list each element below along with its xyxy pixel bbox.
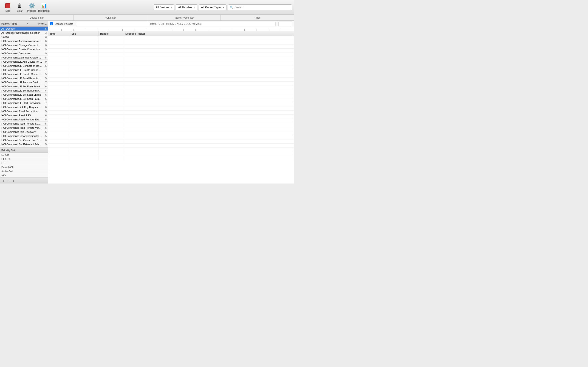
packet-row[interactable]: HCI Command:Extended Create Connection 5 [0,56,48,60]
packet-priority: 5 [42,122,47,125]
packet-name: HCI Command:Read Remote Extended Feature… [1,118,42,121]
packet-row[interactable]: HCI Command:Read Remote Extended Feature… [0,117,48,122]
packet-row[interactable]: HCI Command:LE Set Scan Parameters 6 [0,97,48,101]
packet-types-chevron-icon: ▼ [222,6,225,8]
packet-types-dropdown[interactable]: All Packet Types ▼ [199,4,226,10]
add-button[interactable]: + [1,179,6,183]
packet-row[interactable]: HCI Command:Read Remote Supported Featur… [0,122,48,126]
packet-name: HCI Command:Read Remote Supported Featur… [1,122,42,125]
packet-row[interactable]: HCI Command:Set Extended Advertising 5 [0,142,48,146]
expand-button[interactable]: › [11,179,16,183]
table-row [48,44,294,49]
packet-row[interactable]: ATTDecoder:Notification/Indication 3 [0,31,48,35]
packet-name: HCI Command:LE Set Event Mask [1,85,42,88]
packet-priority: 5 [42,118,47,121]
packet-name: Config [1,35,42,38]
packet-row[interactable]: HCI Command:LE Add Device To White List … [0,60,48,64]
priority-set-header: Priority Set [0,148,48,153]
packet-name: HCI Command:Set Connection Encryption [1,139,42,142]
td-type [69,44,99,48]
td-handle [99,49,124,52]
priority-item[interactable]: Audio-Old [0,169,48,173]
th-time: Time [48,31,69,36]
packet-row[interactable]: Config 3 [0,35,48,39]
packet-name: HCI Command:LE Create Connection [1,69,42,71]
packet-name: HCI Command:LE Remove Device From White … [1,81,42,84]
stop-button[interactable]: Stop [2,2,14,13]
table-row [48,77,294,82]
td-type [69,73,99,77]
clear-button[interactable]: 🗑 Clear [14,2,26,13]
td-decoded [124,86,294,90]
packet-row[interactable]: HCI Command:LE Start Encryption 7 [0,101,48,105]
handles-dropdown[interactable]: All Handles ▼ [176,4,197,10]
remove-button[interactable]: − [6,179,10,183]
packet-priority: 5 [42,131,47,133]
td-time [48,61,69,65]
packet-row[interactable]: HCI Command:Authentication Requested 6 [0,39,48,43]
priority-item[interactable]: HID-Old [0,157,48,161]
priority-item[interactable]: LE [0,161,48,165]
devices-dropdown[interactable]: All Devices ▼ [153,4,174,10]
table-row [48,152,294,156]
packet-row[interactable]: HCI Command:LE Read Remote Used Features… [0,76,48,80]
packet-row[interactable]: HCI Command:Create Connection 9 [0,47,48,51]
packet-row[interactable]: HCI Command:Read Remote Version Informat… [0,126,48,130]
td-type [69,36,99,40]
packet-row[interactable]: HCI Command:Disconnect 9 [0,51,48,56]
stop-label: Stop [6,10,10,12]
packet-priority: 5 [42,56,47,59]
td-decoded [124,57,294,61]
packet-row[interactable]: HCI Command:Set Advertising Set Random A… [0,134,48,138]
td-time [48,44,69,48]
td-time [48,106,69,110]
collapse-icon[interactable]: ▲ [26,22,29,25]
packet-row[interactable]: HCI Command:LE Remove Device From White … [0,80,48,84]
priority-item[interactable]: HID [0,173,48,177]
table-row [48,127,294,131]
packet-types-label: All Packet Types [201,6,222,9]
td-time [48,123,69,127]
td-handle [99,156,124,160]
packet-priority: 5 [42,27,47,30]
packet-row[interactable]: HCI Command:LE Create Connection Cancel … [0,72,48,76]
decode-checkbox[interactable] [50,22,53,25]
packet-row[interactable]: HCI Command:LE Set Event Mask 6 [0,84,48,89]
td-type [69,40,99,44]
packet-row[interactable]: HCI Command:Set Connection Encryption 6 [0,138,48,142]
td-time [48,65,69,69]
td-time [48,77,69,81]
priority-item[interactable]: LE-Old [0,153,48,157]
priority-col-header: Priori... [38,22,47,25]
td-handle [99,140,124,143]
packet-priority: 6 [42,44,47,47]
td-decoded [124,148,294,152]
table-row [48,98,294,102]
td-time [48,156,69,160]
packet-row[interactable]: HCI Command:LE Set Scan Enable 6 [0,93,48,97]
search-input[interactable] [234,6,290,9]
throughput-button[interactable]: 📊 Throughput [38,2,50,13]
packet-row[interactable]: HCI Command:Change Connection Packet Typ… [0,43,48,47]
packet-row[interactable]: HCI Command:LE Create Connection 7 [0,68,48,72]
td-type [69,77,99,81]
packet-name: HCI Command:Set Extended Advertising [1,143,42,146]
packet-row[interactable]: ATTDecoder 5 [0,27,48,31]
packet-priority: 6 [42,93,47,96]
packet-row[interactable]: HCI Command:Read Encryption Key Size 5 [0,109,48,113]
decode-extra-field [278,22,292,26]
td-decoded [124,131,294,135]
packet-priority: 6 [42,89,47,92]
td-decoded [124,119,294,123]
priorities-button[interactable]: ⚙️ Priorities [26,2,38,13]
td-type [69,135,99,139]
packet-row[interactable]: HCI Command:Role Discovery 5 [0,130,48,134]
packet-name: HCI Command:Change Connection Packet Typ… [1,44,42,47]
td-type [69,123,99,127]
packet-name: HCI Command:LE Read Remote Used Features [1,77,42,80]
priority-item[interactable]: Default-Old [0,165,48,169]
packet-row[interactable]: HCI Command:Read RSSI 6 [0,113,48,117]
packet-row[interactable]: HCI Command:LE Connection Update 5 [0,64,48,68]
packet-row[interactable]: HCI Command:LE Set Random Address 6 [0,89,48,93]
packet-row[interactable]: HCI Command:Link Key Request Reply 6 [0,105,48,109]
